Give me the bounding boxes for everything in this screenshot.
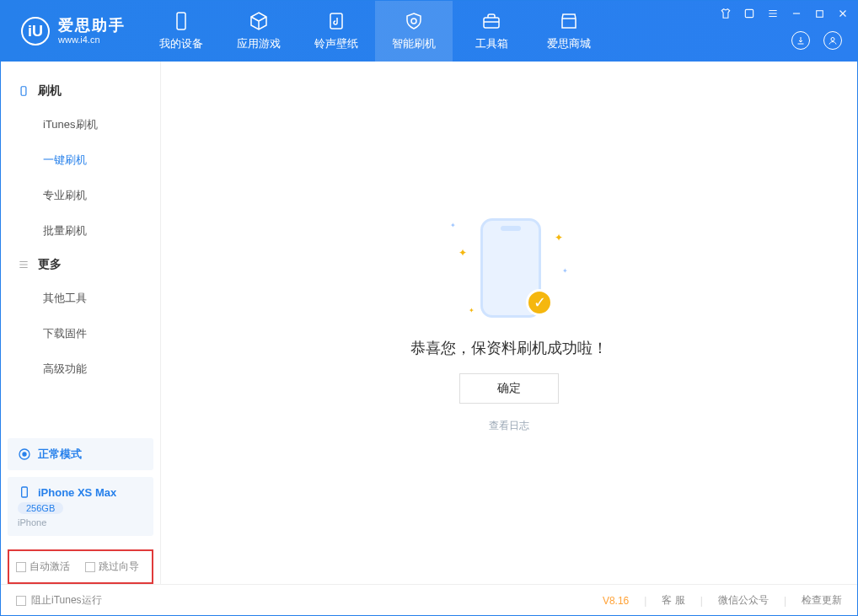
sidebar: 刷机 iTunes刷机 一键刷机 专业刷机 批量刷机 更多 其他工具 下载固件 … — [1, 62, 161, 584]
phone-icon — [18, 85, 29, 97]
nav-apps-games[interactable]: 应用游戏 — [220, 1, 298, 62]
cube-icon — [249, 11, 269, 31]
block-itunes-checkbox[interactable]: 阻止iTunes运行 — [16, 593, 102, 608]
mode-label: 正常模式 — [38, 447, 82, 462]
confirm-button[interactable]: 确定 — [459, 373, 559, 404]
skip-guide-checkbox[interactable]: 跳过向导 — [85, 560, 139, 574]
checkbox-icon — [16, 596, 26, 606]
content-area: ✦ ✦ ✦ ✦ ✦ ✓ 恭喜您，保资料刷机成功啦！ 确定 查看日志 — [161, 62, 857, 584]
titlebar: iU 爱思助手 www.i4.cn 我的设备 应用游戏 铃声壁纸 智能刷机 工具… — [1, 1, 857, 62]
device-capacity: 256GB — [18, 502, 63, 514]
mode-box[interactable]: 正常模式 — [8, 438, 153, 470]
tshirt-icon[interactable] — [720, 8, 732, 19]
nav-smart-flash[interactable]: 智能刷机 — [375, 1, 453, 62]
sidebar-item-download-firmware[interactable]: 下载固件 — [1, 316, 160, 351]
sidebar-item-batch-flash[interactable]: 批量刷机 — [1, 213, 160, 249]
svg-point-8 — [23, 453, 26, 456]
titlebar-actions — [791, 31, 842, 50]
svg-rect-0 — [177, 13, 185, 29]
download-button[interactable] — [791, 31, 810, 50]
success-message: 恭喜您，保资料刷机成功啦！ — [410, 338, 608, 358]
sidebar-item-oneclick-flash[interactable]: 一键刷机 — [1, 142, 160, 178]
nav-store[interactable]: 爱思商城 — [530, 1, 608, 62]
list-icon — [18, 259, 29, 271]
sidebar-group-flash: 刷机 — [1, 75, 160, 107]
view-log-link[interactable]: 查看日志 — [489, 419, 529, 433]
wechat-link[interactable]: 微信公众号 — [718, 593, 769, 608]
nav-my-device[interactable]: 我的设备 — [142, 1, 220, 62]
main-nav: 我的设备 应用游戏 铃声壁纸 智能刷机 工具箱 爱思商城 — [142, 1, 608, 62]
sidebar-group-more: 更多 — [1, 249, 160, 281]
close-button[interactable] — [837, 8, 849, 19]
device-phone-icon — [18, 485, 31, 499]
version-label: V8.16 — [603, 595, 629, 607]
mode-icon — [18, 447, 31, 461]
support-link[interactable]: 客 服 — [662, 593, 684, 608]
store-icon — [559, 11, 579, 31]
minimize-button[interactable] — [791, 8, 802, 19]
check-badge-icon: ✓ — [526, 289, 553, 316]
app-name: 爱思助手 — [58, 18, 126, 35]
sidebar-item-pro-flash[interactable]: 专业刷机 — [1, 178, 160, 213]
svg-rect-4 — [817, 10, 823, 17]
menu-icon[interactable] — [767, 8, 779, 19]
check-update-link[interactable]: 检查更新 — [802, 593, 842, 608]
toolbox-icon — [481, 11, 501, 31]
device-icon — [171, 11, 191, 31]
refresh-shield-icon — [404, 11, 424, 31]
auto-activate-checkbox[interactable]: 自动激活 — [16, 560, 70, 574]
svg-point-5 — [831, 38, 834, 41]
device-name: iPhone XS Max — [38, 486, 116, 499]
body: 刷机 iTunes刷机 一键刷机 专业刷机 批量刷机 更多 其他工具 下载固件 … — [1, 62, 857, 584]
svg-rect-3 — [745, 9, 753, 17]
music-file-icon — [326, 11, 346, 31]
sidebar-item-itunes-flash[interactable]: iTunes刷机 — [1, 107, 160, 142]
checkbox-icon — [16, 562, 26, 572]
user-button[interactable] — [823, 31, 842, 50]
success-illustration: ✦ ✦ ✦ ✦ ✦ ✓ — [450, 213, 568, 323]
options-row: 自动激活 跳过向导 — [8, 549, 153, 584]
app-url: www.i4.cn — [58, 35, 126, 45]
window-controls — [720, 8, 849, 19]
sidebar-item-advanced[interactable]: 高级功能 — [1, 351, 160, 387]
device-type: iPhone — [18, 517, 143, 528]
nav-toolbox[interactable]: 工具箱 — [453, 1, 530, 62]
app-logo: iU 爱思助手 www.i4.cn — [1, 1, 142, 62]
sidebar-item-other-tools[interactable]: 其他工具 — [1, 281, 160, 316]
svg-rect-9 — [22, 487, 28, 497]
svg-rect-1 — [330, 13, 342, 29]
checkbox-icon — [85, 562, 95, 572]
feedback-icon[interactable] — [743, 8, 755, 19]
svg-rect-2 — [484, 18, 499, 28]
footer: 阻止iTunes运行 V8.16 | 客 服 | 微信公众号 | 检查更新 — [1, 584, 857, 616]
nav-ringtones-wallpapers[interactable]: 铃声壁纸 — [298, 1, 375, 62]
maximize-button[interactable] — [814, 8, 825, 19]
logo-icon: iU — [21, 17, 50, 46]
device-panel[interactable]: iPhone XS Max 256GB iPhone — [8, 477, 153, 536]
svg-rect-6 — [21, 87, 26, 96]
